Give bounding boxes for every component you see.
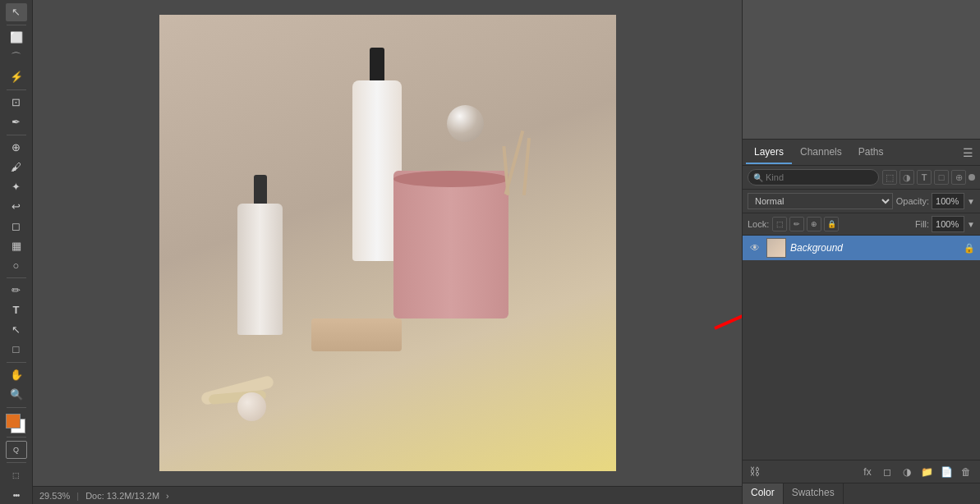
swatches-tab[interactable]: Swatches [784, 483, 844, 504]
gradient-tool[interactable]: ▦ [6, 236, 27, 254]
fill-label: Fill: [915, 219, 929, 229]
move-tool[interactable]: ↖ [6, 3, 27, 21]
layers-list[interactable]: 👁 Background 🔒 [743, 236, 980, 460]
fill-arrow[interactable]: ▼ [967, 220, 975, 229]
opacity-group: Opacity: ▼ [896, 193, 975, 209]
panel-bottom-icons: fx ◻ ◑ 📁 📄 🗑 [860, 465, 973, 479]
brush-tool[interactable]: 🖌 [6, 158, 27, 176]
search-input[interactable] [766, 172, 873, 182]
filter-icons: ⬚ ◑ T □ ⊕ [882, 170, 975, 185]
filter-dot [968, 174, 975, 181]
color-tab[interactable]: Color [743, 483, 784, 504]
zoom-level: 29.53% [39, 491, 70, 501]
filter-pixel-icon[interactable]: ⬚ [882, 170, 897, 185]
screen-mode[interactable]: ⬚ [6, 466, 27, 484]
new-layer-icon[interactable]: 📄 [939, 465, 954, 479]
quick-select-tool[interactable]: ⚡ [6, 68, 27, 86]
more-tools[interactable]: ••• [6, 486, 27, 504]
lasso-tool[interactable]: ⌒ [6, 48, 27, 66]
status-separator: | [76, 491, 79, 501]
tab-paths[interactable]: Paths [850, 141, 892, 164]
add-fx-icon[interactable]: fx [860, 465, 875, 479]
history-brush-tool[interactable]: ↩ [6, 197, 27, 215]
layer-background[interactable]: 👁 Background 🔒 [743, 236, 980, 260]
filter-shape-icon[interactable]: □ [934, 170, 949, 185]
crop-tool[interactable]: ⊡ [6, 94, 27, 112]
zoom-tool[interactable]: 🔍 [6, 386, 27, 404]
blend-mode-select[interactable]: Normal [748, 193, 893, 209]
visibility-eye-icon[interactable]: 👁 [748, 241, 762, 255]
eyedropper-tool[interactable]: ✒ [6, 113, 27, 131]
search-input-wrap[interactable]: 🔍 [748, 169, 879, 186]
lock-all-btn[interactable]: 🔒 [824, 217, 839, 231]
opacity-input[interactable] [932, 193, 964, 209]
panel-search-row: 🔍 ⬚ ◑ T □ ⊕ [743, 166, 980, 190]
panel-link-icon[interactable]: ⛓ [749, 465, 760, 478]
path-select-tool[interactable]: ↖ [6, 321, 27, 339]
shape-tool[interactable]: □ [6, 341, 27, 359]
quick-mask-tool[interactable]: Q [6, 441, 27, 459]
clone-stamp-tool[interactable]: ✦ [6, 177, 27, 195]
filter-smart-icon[interactable]: ⊕ [951, 170, 966, 185]
add-adjustment-icon[interactable]: ◑ [899, 465, 914, 479]
tab-layers[interactable]: Layers [746, 141, 792, 164]
lock-row: Lock: ⬚ ✏ ⊕ 🔒 Fill: ▼ [743, 213, 980, 236]
opacity-arrow[interactable]: ▼ [967, 197, 975, 206]
panel-menu-icon[interactable]: ☰ [959, 143, 977, 163]
lock-position-btn[interactable]: ✏ [789, 217, 804, 231]
type-tool[interactable]: T [6, 301, 27, 319]
hand-tool[interactable]: ✋ [6, 366, 27, 384]
red-arrow [706, 287, 742, 337]
layer-lock-icon: 🔒 [964, 243, 975, 254]
canvas-image[interactable] [159, 15, 616, 471]
layer-name: Background [790, 242, 959, 254]
panel-tabs: Layers Channels Paths ☰ [743, 140, 980, 166]
panel-right: Layers Channels Paths ☰ 🔍 ⬚ ◑ T □ ⊕ Norm… [742, 0, 980, 504]
healing-brush-tool[interactable]: ⊕ [6, 138, 27, 156]
main-area: Layer from Background... Duplicate Layer… [33, 0, 742, 504]
filter-adjustment-icon[interactable]: ◑ [899, 170, 914, 185]
new-group-icon[interactable]: 📁 [919, 465, 934, 479]
doc-info: Doc: 13.2M/13.2M [85, 491, 159, 501]
status-bar: 29.53% | Doc: 13.2M/13.2M › [33, 486, 742, 504]
rectangular-marquee-tool[interactable]: ⬜ [6, 29, 27, 47]
lock-artboard-btn[interactable]: ⊕ [807, 217, 821, 231]
delete-layer-icon[interactable]: 🗑 [959, 465, 973, 479]
color-swatches[interactable] [4, 414, 29, 433]
lock-pixels-btn[interactable]: ⬚ [772, 217, 787, 231]
fill-group: Fill: ▼ [915, 216, 975, 232]
panel-top-gray [743, 0, 980, 140]
opacity-label: Opacity: [896, 196, 929, 206]
lock-icons: ⬚ ✏ ⊕ 🔒 [772, 217, 839, 231]
add-mask-icon[interactable]: ◻ [880, 465, 895, 479]
pen-tool[interactable]: ✏ [6, 282, 27, 300]
lock-label: Lock: [748, 219, 769, 229]
tab-channels[interactable]: Channels [792, 141, 850, 164]
dodge-tool[interactable]: ○ [6, 256, 27, 274]
blend-row: Normal Opacity: ▼ [743, 190, 980, 213]
fill-input[interactable] [932, 216, 964, 232]
foreground-color-swatch[interactable] [6, 414, 21, 428]
panel-bottom-tabs: Color Swatches [743, 483, 980, 504]
svg-line-1 [715, 296, 742, 328]
eraser-tool[interactable]: ◻ [6, 217, 27, 235]
layer-thumbnail [766, 238, 786, 258]
doc-arrow[interactable]: › [166, 491, 169, 501]
toolbar-left: ↖ ⬜ ⌒ ⚡ ⊡ ✒ ⊕ 🖌 ✦ ↩ ◻ ▦ ○ ✏ T ↖ □ ✋ 🔍 Q … [0, 0, 33, 504]
search-icon: 🔍 [753, 173, 763, 182]
filter-type-icon[interactable]: T [917, 170, 932, 185]
panel-bottom: ⛓ fx ◻ ◑ 📁 📄 🗑 [743, 460, 980, 483]
canvas-viewport[interactable]: Layer from Background... Duplicate Layer… [33, 0, 742, 486]
